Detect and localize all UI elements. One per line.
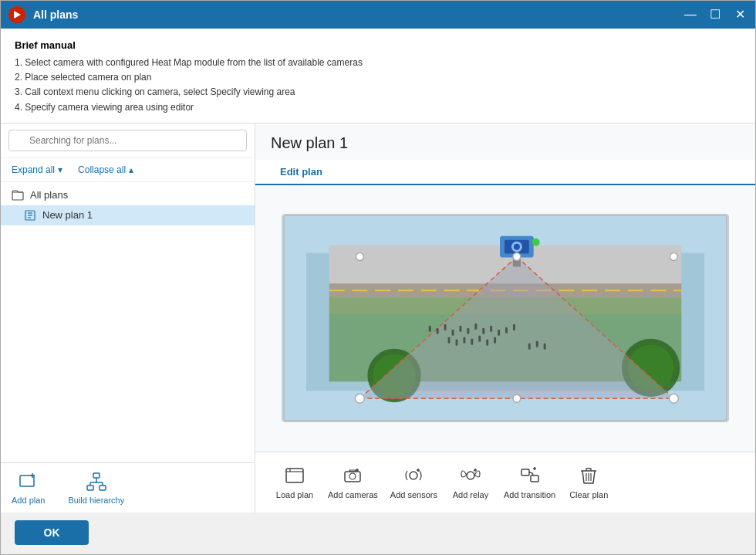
svg-rect-51 <box>544 343 546 350</box>
add-transition-button[interactable]: Add transition <box>498 460 562 505</box>
maximize-button[interactable]: ☐ <box>707 8 723 21</box>
svg-rect-47 <box>486 340 488 346</box>
svg-rect-9 <box>93 473 100 478</box>
svg-rect-65 <box>286 469 303 482</box>
main-window: All plans — ☐ ✕ Brief manual 1. Select c… <box>0 0 756 555</box>
chevron-down-icon: ▾ <box>58 164 62 175</box>
add-plan-label: Add plan <box>12 496 45 505</box>
svg-rect-42 <box>448 337 451 343</box>
svg-rect-77 <box>531 475 538 482</box>
add-sensors-label: Add sensors <box>390 489 437 500</box>
search-wrapper: 🔍 <box>8 130 247 151</box>
svg-rect-40 <box>505 327 508 333</box>
add-cameras-button[interactable]: Add cameras <box>322 460 384 505</box>
svg-point-63 <box>670 253 677 261</box>
ok-btn-area: OK <box>1 513 755 554</box>
plan-canvas <box>282 214 729 422</box>
build-hierarchy-icon <box>86 471 107 492</box>
svg-point-60 <box>513 394 521 402</box>
bottom-toolbar: Load plan Add <box>255 452 755 513</box>
svg-rect-11 <box>100 486 106 490</box>
tree-item-all-plans[interactable]: All plans <box>1 185 255 205</box>
tree-item-new-plan-1[interactable]: New plan 1 <box>1 205 255 225</box>
svg-rect-10 <box>87 486 93 490</box>
add-cameras-label: Add cameras <box>328 489 378 500</box>
svg-rect-37 <box>482 328 484 334</box>
svg-point-61 <box>513 253 521 261</box>
ok-button[interactable]: OK <box>15 520 89 545</box>
plan-icon <box>24 209 36 222</box>
window-title: All plans <box>33 8 683 21</box>
expand-collapse-bar: Expand all ▾ Collapse all ▴ <box>1 158 255 182</box>
svg-rect-35 <box>467 328 469 334</box>
svg-point-67 <box>349 473 356 479</box>
svg-point-73 <box>467 472 474 479</box>
close-button[interactable]: ✕ <box>732 8 748 21</box>
app-logo <box>8 6 25 23</box>
titlebar: All plans — ☐ ✕ <box>1 1 755 29</box>
add-relay-label: Add relay <box>453 489 488 500</box>
svg-rect-1 <box>12 192 23 200</box>
plan-title: New plan 1 <box>255 124 755 160</box>
svg-point-59 <box>669 394 678 403</box>
left-panel: 🔍 Expand all ▾ Collapse all ▴ <box>1 124 255 513</box>
svg-rect-48 <box>494 337 496 343</box>
svg-rect-41 <box>513 324 515 330</box>
load-plan-button[interactable]: Load plan <box>268 460 322 505</box>
svg-rect-46 <box>478 336 481 342</box>
left-footer: Add plan <box>1 462 255 513</box>
svg-rect-44 <box>463 337 465 343</box>
build-hierarchy-button[interactable]: Build hierarchy <box>68 471 124 505</box>
add-sensors-icon <box>403 465 424 486</box>
tab-bar: Edit plan <box>255 160 755 185</box>
manual-item-3: 3. Call context menu clicking on camera,… <box>15 85 741 100</box>
svg-rect-32 <box>444 324 447 330</box>
svg-point-55 <box>514 244 520 250</box>
svg-rect-34 <box>459 326 461 332</box>
manual-section: Brief manual 1. Select camera with confi… <box>1 29 755 124</box>
add-relay-button[interactable]: Add relay <box>444 460 498 505</box>
tab-edit-plan[interactable]: Edit plan <box>268 160 335 185</box>
manual-title: Brief manual <box>15 39 741 51</box>
add-transition-label: Add transition <box>504 489 555 500</box>
add-plan-button[interactable]: Add plan <box>12 471 45 505</box>
svg-point-70 <box>410 472 417 479</box>
window-controls: — ☐ ✕ <box>683 8 748 21</box>
svg-rect-33 <box>452 330 454 336</box>
build-hierarchy-label: Build hierarchy <box>68 496 124 505</box>
clear-plan-label: Clear plan <box>569 489 608 500</box>
svg-rect-49 <box>528 343 531 350</box>
right-panel: New plan 1 Edit plan <box>255 124 755 513</box>
collapse-all-button[interactable]: Collapse all ▴ <box>78 164 133 175</box>
tree-area: All plans New plan 1 <box>1 182 255 462</box>
svg-marker-0 <box>14 11 21 19</box>
tree-label-all-plans: All plans <box>30 189 68 201</box>
folder-icon <box>12 189 24 201</box>
svg-point-62 <box>356 253 363 261</box>
manual-item-1: 1. Select camera with configured Heat Ma… <box>15 56 741 70</box>
manual-item-4: 4. Specify camera viewing area using edi… <box>15 100 741 115</box>
add-plan-icon <box>18 471 39 492</box>
svg-rect-39 <box>498 330 500 336</box>
minimize-button[interactable]: — <box>683 8 698 21</box>
clear-plan-icon <box>578 465 599 486</box>
svg-rect-30 <box>429 326 431 332</box>
clear-plan-button[interactable]: Clear plan <box>562 460 616 505</box>
add-transition-icon <box>519 465 541 486</box>
manual-item-2: 2. Place selected camera on plan <box>15 70 741 85</box>
tree-label-new-plan-1: New plan 1 <box>42 209 93 221</box>
plan-canvas-area <box>255 185 755 452</box>
load-plan-icon <box>284 465 305 486</box>
add-sensors-button[interactable]: Add sensors <box>384 460 444 505</box>
chevron-up-icon: ▴ <box>129 164 133 175</box>
svg-rect-31 <box>437 328 439 334</box>
main-split: 🔍 Expand all ▾ Collapse all ▴ <box>1 124 755 513</box>
svg-rect-45 <box>471 339 473 345</box>
search-input[interactable] <box>8 130 247 151</box>
content-area: Brief manual 1. Select camera with confi… <box>1 29 755 513</box>
svg-rect-43 <box>455 340 457 346</box>
load-plan-label: Load plan <box>276 489 313 500</box>
expand-all-button[interactable]: Expand all ▾ <box>12 164 62 175</box>
svg-rect-50 <box>536 341 538 347</box>
svg-rect-36 <box>474 323 477 330</box>
